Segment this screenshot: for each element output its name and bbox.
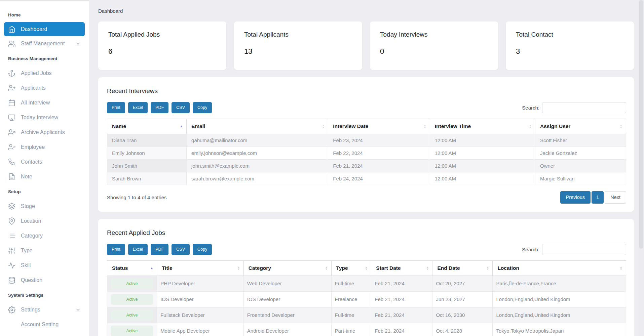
table-cell: Feb 21, 2024 — [328, 160, 430, 172]
sidebar-item-label: Archive Applicants — [21, 129, 65, 135]
search-input[interactable] — [542, 102, 626, 113]
applied-jobs-csv-button[interactable]: CSV — [172, 244, 190, 255]
sidebar-item-question[interactable]: Question — [0, 273, 89, 288]
interviews-search: Search: — [522, 102, 626, 113]
interviews-table-footer: Showing 1 to 4 of 4 entries Previous 1 N… — [107, 191, 626, 204]
sidebar-item-label: Today Interview — [21, 115, 58, 121]
sidebar-item-all-interview[interactable]: All Interview — [0, 95, 89, 110]
sidebar-item-archive-applicants[interactable]: Archive Applicants — [0, 125, 89, 140]
table-cell: Mobile App Developer — [157, 323, 244, 336]
sidebar-item-stage[interactable]: Stage — [0, 199, 89, 214]
applied-jobs-export-buttons: PrintExcelPDFCSVCopy — [107, 244, 215, 255]
database-icon — [8, 277, 15, 284]
entries-info: Showing 1 to 4 of 4 entries — [107, 195, 167, 200]
recent-applied-jobs-table: Status▲Title▲▼Category▲▼Type▲▼Start Date… — [107, 260, 626, 336]
applied-jobs-toolbar: PrintExcelPDFCSVCopy Search: — [107, 244, 626, 255]
sidebar-item-label: Applicants — [21, 85, 46, 91]
table-cell: Froentend Developer — [243, 307, 331, 323]
stat-card-total-applied-jobs: Total Applied Jobs6 — [98, 22, 226, 70]
vertical-scrollbar[interactable] — [638, 0, 644, 336]
sidebar-subitem-account-setting[interactable]: Account Setting — [0, 317, 89, 332]
sidebar-item-settings[interactable]: Settings — [0, 302, 89, 317]
search-label: Search: — [522, 247, 539, 252]
sort-both-icon: ▲▼ — [365, 266, 368, 270]
table-cell: Margie Sullivan — [535, 172, 626, 185]
sort-both-icon: ▲▼ — [620, 124, 622, 129]
column-header-label: Status — [112, 265, 128, 271]
sidebar-section-label: Setup — [8, 189, 21, 194]
sidebar-item-location[interactable]: Location — [0, 214, 89, 228]
sidebar-item-skill[interactable]: Skill — [0, 258, 89, 273]
sidebar-item-contacts[interactable]: Contacts — [0, 155, 89, 169]
sidebar-item-label: Category — [21, 233, 43, 239]
column-header-name[interactable]: Name▲ — [107, 119, 187, 134]
column-header-type[interactable]: Type▲▼ — [331, 260, 371, 276]
table-cell: Feb 21, 2024 — [371, 323, 432, 336]
column-header-label: Assign User — [540, 123, 570, 129]
table-cell: Feb 21, 2024 — [371, 291, 432, 307]
pagination-previous-button[interactable]: Previous — [560, 191, 591, 204]
sidebar-item-employee[interactable]: Employee — [0, 140, 89, 155]
applied-jobs-excel-button[interactable]: Excel — [128, 244, 148, 255]
interviews-csv-button[interactable]: CSV — [172, 102, 190, 113]
stat-card-label: Total Contact — [516, 31, 624, 38]
column-header-email[interactable]: Email▲▼ — [187, 119, 328, 134]
calendar-icon — [8, 99, 15, 107]
pagination-page-1-button[interactable]: 1 — [592, 191, 604, 204]
search-input[interactable] — [542, 244, 626, 255]
table-cell: Jackie Gonzalez — [535, 147, 626, 160]
page-header: Dashboard — [98, 0, 634, 22]
table-cell: John Smith — [107, 160, 187, 172]
page-title: Dashboard — [98, 8, 123, 14]
sidebar-item-today-interview[interactable]: Today Interview — [0, 110, 89, 125]
main-content: Dashboard Total Applied Jobs6Total Appli… — [89, 0, 644, 336]
column-header-interview-time[interactable]: Interview Time▲▼ — [430, 119, 535, 134]
applied-jobs-copy-button[interactable]: Copy — [193, 244, 212, 255]
table-cell: Freelance — [331, 291, 371, 307]
column-header-label: Name — [112, 123, 126, 129]
table-row: John Smithjohn.smith@example.comFeb 21, … — [107, 160, 626, 172]
sidebar-item-dashboard[interactable]: Dashboard — [4, 22, 85, 36]
sidebar-item-type[interactable]: Type — [0, 243, 89, 258]
recent-interviews-title: Recent Interviews — [107, 87, 626, 95]
sidebar-item-applicants[interactable]: Applicants — [0, 81, 89, 95]
applied-jobs-pdf-button[interactable]: PDF — [151, 244, 168, 255]
sidebar-item-label: Applied Jobs — [21, 70, 52, 76]
sidebar-item-applied-jobs[interactable]: Applied Jobs — [0, 66, 89, 81]
column-header-assign-user[interactable]: Assign User▲▼ — [535, 119, 626, 134]
sort-both-icon: ▲▼ — [426, 266, 429, 270]
sidebar-item-category[interactable]: Category — [0, 228, 89, 243]
table-cell: Scott Fisher — [535, 134, 626, 147]
users-icon — [8, 40, 15, 47]
column-header-interview-date[interactable]: Interview Date▲▼ — [328, 119, 430, 134]
interviews-copy-button[interactable]: Copy — [193, 102, 212, 113]
table-cell: Jun 23, 2027 — [432, 291, 493, 307]
applied-jobs-print-button[interactable]: Print — [107, 244, 125, 255]
column-header-end-date[interactable]: End Date▲▼ — [432, 260, 493, 276]
table-row: ActiveMobile App DeveloperAndroid Develo… — [107, 323, 626, 336]
interviews-pdf-button[interactable]: PDF — [151, 102, 168, 113]
sidebar-item-staff-management[interactable]: Staff Management — [0, 36, 89, 51]
sidebar-item-note[interactable]: Note — [0, 169, 89, 184]
sidebar-item-label: Stage — [21, 203, 35, 209]
column-header-status[interactable]: Status▲ — [107, 260, 157, 276]
sidebar-section-label: Business Management — [8, 56, 57, 61]
interviews-excel-button[interactable]: Excel — [128, 102, 148, 113]
recent-applied-jobs-title: Recent Applied Jobs — [107, 229, 626, 237]
column-header-category[interactable]: Category▲▼ — [243, 260, 331, 276]
recent-interviews-table: Name▲Email▲▼Interview Date▲▼Interview Ti… — [107, 119, 626, 185]
interviews-print-button[interactable]: Print — [107, 102, 125, 113]
search-label: Search: — [522, 105, 539, 111]
scrollbar-thumb[interactable] — [639, 0, 643, 249]
stat-card-label: Today Interviews — [380, 31, 488, 38]
column-header-title[interactable]: Title▲▼ — [157, 260, 244, 276]
column-header-start-date[interactable]: Start Date▲▼ — [371, 260, 432, 276]
table-cell: Paris,Île-de-France,France — [493, 276, 626, 291]
map-pin-icon — [8, 217, 15, 225]
sort-ascending-icon: ▲ — [150, 266, 153, 270]
stat-card-value: 13 — [244, 47, 352, 56]
pagination-next-button[interactable]: Next — [605, 191, 626, 204]
list-icon — [8, 232, 15, 240]
column-header-location[interactable]: Location▲▼ — [493, 260, 626, 276]
column-header-label: Location — [497, 265, 519, 271]
